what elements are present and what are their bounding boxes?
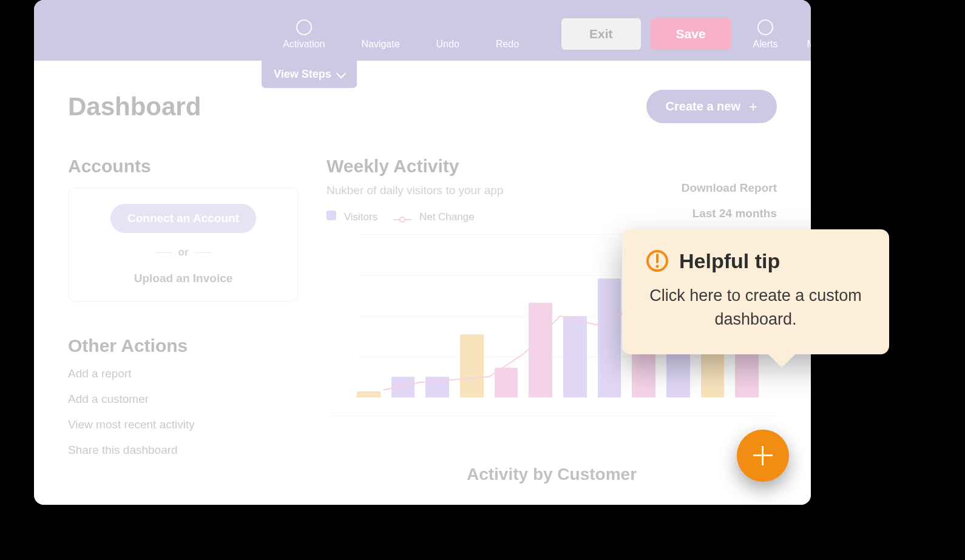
chart-subtitle: Nukber of daily visitors to your app	[327, 184, 503, 197]
legend-net-change: Net Change	[393, 211, 474, 223]
action-recent-activity[interactable]: View most recent activity	[68, 418, 299, 431]
create-new-label: Create a new	[666, 100, 740, 113]
toolbar-label: Undo	[436, 39, 459, 50]
toolbar-label: Activation	[283, 39, 325, 50]
other-actions-heading: Other Actions	[68, 336, 299, 356]
exit-button[interactable]: Exit	[561, 18, 641, 50]
navigate-icon	[373, 19, 388, 35]
chart-title: Weekly Activity	[327, 156, 503, 177]
toolbar-activation[interactable]: Activation	[283, 19, 325, 50]
chart-bar	[598, 278, 621, 397]
toolbar-label: Navigate	[361, 39, 399, 50]
action-add-report[interactable]: Add a report	[68, 367, 299, 380]
activity-by-customer-heading: Activity by Customer	[327, 465, 777, 484]
chart-bar	[391, 377, 415, 397]
bell-icon	[757, 19, 773, 35]
connect-account-button[interactable]: Connect an Account	[110, 204, 256, 233]
view-steps-label: View Steps	[274, 68, 331, 81]
toolbar-alerts[interactable]: Alerts	[753, 19, 778, 50]
top-toolbar: Activation Navigate Undo Redo Exit Save …	[34, 0, 811, 61]
page-title: Dashboard	[68, 92, 201, 121]
legend-line-icon	[393, 217, 411, 223]
chart-bar	[529, 303, 552, 397]
alert-circle-icon	[645, 249, 669, 273]
chart-bar	[735, 353, 759, 397]
undo-icon	[440, 19, 456, 35]
create-new-button[interactable]: Create a new +	[646, 90, 777, 123]
view-steps-dropdown[interactable]: View Steps	[262, 61, 357, 88]
chart-bar	[563, 316, 587, 397]
toolbar-move[interactable]: Move	[807, 19, 811, 50]
chart-bar	[425, 377, 449, 397]
create-dashboard-fab[interactable]	[737, 430, 789, 482]
save-button[interactable]: Save	[651, 18, 731, 50]
redo-icon	[499, 19, 515, 35]
toolbar-navigate[interactable]: Navigate	[361, 19, 399, 50]
chevron-down-icon	[336, 68, 346, 78]
helpful-tip-tooltip: Helpful tip Click here to create a custo…	[622, 229, 889, 354]
toolbar-label: Alerts	[753, 39, 778, 50]
power-icon	[296, 19, 312, 35]
toolbar-redo[interactable]: Redo	[496, 19, 519, 50]
toolbar-undo[interactable]: Undo	[436, 19, 459, 50]
accounts-card: Connect an Account or Upload an Invoice	[68, 187, 299, 302]
or-divider: or	[84, 246, 282, 258]
legend-visitors: Visitors	[327, 211, 378, 223]
upload-invoice-link[interactable]: Upload an Invoice	[84, 272, 282, 285]
legend-swatch-icon	[327, 211, 336, 220]
timerange-label: Last 24 months	[682, 207, 777, 220]
toolbar-label: Redo	[496, 39, 519, 50]
tooltip-title: Helpful tip	[679, 249, 780, 273]
plus-icon	[753, 446, 773, 465]
chart-bar	[495, 368, 518, 397]
svg-point-2	[656, 265, 659, 268]
tooltip-body: Click here to create a custom dashboard.	[645, 284, 866, 331]
chart-bar	[460, 334, 484, 397]
toolbar-label: Move	[807, 39, 811, 50]
chart-bar	[357, 391, 381, 397]
accounts-heading: Accounts	[68, 156, 299, 177]
action-add-customer[interactable]: Add a customer	[68, 393, 299, 406]
action-share-dashboard[interactable]: Share this dashboard	[68, 444, 299, 457]
download-report-link[interactable]: Download Report	[682, 181, 777, 195]
